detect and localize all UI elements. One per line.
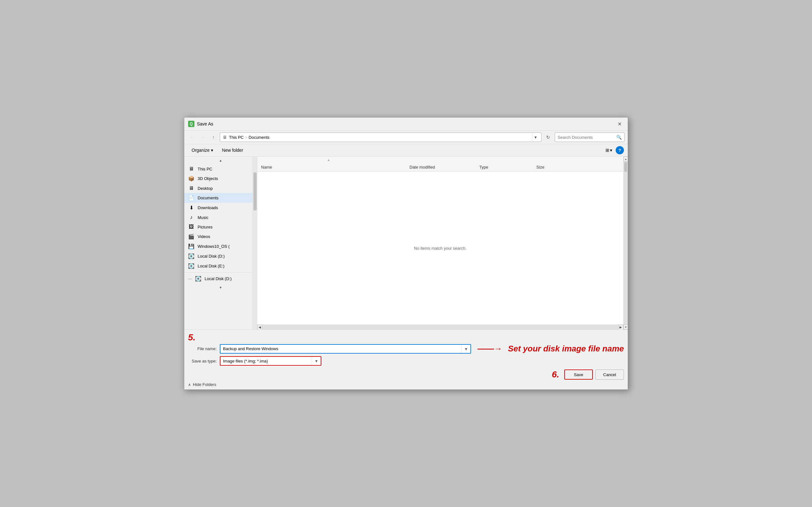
column-sort-indicator: ▲ <box>257 157 623 163</box>
sidebar-item-local-d[interactable]: 💽 Local Disk (D:) <box>184 251 257 261</box>
save-as-dialog: Q Save As ✕ ← → ↑ 🖥 This PC > Documents … <box>184 117 628 390</box>
sidebar-item-bottom-local-d[interactable]: — 💽 Local Disk (D:) <box>184 274 257 284</box>
sidebar-label-desktop: Desktop <box>198 186 213 191</box>
address-bar[interactable]: 🖥 This PC > Documents ▾ <box>220 132 542 142</box>
column-headers: Name Date modified Type Size <box>257 163 623 172</box>
downloads-icon: ⬇ <box>188 205 194 211</box>
scroll-up-arrow[interactable]: ▲ <box>623 157 628 162</box>
sidebar-scrollbar-thumb <box>253 172 257 210</box>
step5-annotation: 5. <box>188 332 624 343</box>
title-bar: Q Save As ✕ <box>184 118 628 130</box>
sidebar-scrollbar[interactable] <box>252 157 257 330</box>
step5-number: 5. <box>188 332 195 343</box>
back-button[interactable]: ← <box>188 133 196 142</box>
sidebar-label-documents: Documents <box>198 195 218 200</box>
save-button[interactable]: Save <box>564 370 593 380</box>
empty-message: No items match your search. <box>414 246 466 250</box>
savetype-input[interactable] <box>220 359 312 363</box>
step6-number: 6. <box>552 370 559 380</box>
sidebar-scroll-up[interactable]: ▲ <box>184 157 257 164</box>
sidebar-item-local-e[interactable]: 💽 Local Disk (E:) <box>184 261 257 271</box>
main-content: ▲ 🖥 This PC 📦 3D Objects 🖥 Desktop 📄 Doc… <box>184 157 628 330</box>
savetype-input-wrap: ▾ <box>220 356 321 366</box>
bottom-buttons-row: 6. Save Cancel <box>188 370 624 380</box>
action-toolbar: Organize ▾ New folder ⊞ ▾ ? <box>184 144 628 157</box>
col-date-header[interactable]: Date modified <box>409 165 479 170</box>
organize-button[interactable]: Organize ▾ <box>188 146 217 154</box>
sidebar-item-this-pc[interactable]: 🖥 This PC <box>184 164 257 174</box>
breadcrumb-this-pc: This PC <box>229 135 244 140</box>
new-folder-button[interactable]: New folder <box>218 146 247 154</box>
sidebar: ▲ 🖥 This PC 📦 3D Objects 🖥 Desktop 📄 Doc… <box>184 157 257 330</box>
navigation-toolbar: ← → ↑ 🖥 This PC > Documents ▾ ↻ 🔍 <box>184 130 628 144</box>
col-size-label: Size <box>537 165 544 170</box>
scroll-thumb <box>624 162 627 172</box>
savetype-row: Save as type: ▾ <box>188 356 624 366</box>
col-name-header[interactable]: Name <box>257 165 409 170</box>
file-area: ▲ Name Date modified Type Size No it <box>257 157 623 330</box>
savetype-label: Save as type: <box>188 359 217 363</box>
filename-label: File name: <box>188 346 217 351</box>
sidebar-item-pictures[interactable]: 🖼 Pictures <box>184 222 257 232</box>
view-dropdown-icon: ▾ <box>610 148 612 153</box>
sidebar-item-music[interactable]: ♪ Music <box>184 213 257 222</box>
videos-icon: 🎬 <box>188 233 194 239</box>
organize-dropdown-icon: ▾ <box>211 148 213 153</box>
sidebar-item-desktop[interactable]: 🖥 Desktop <box>184 183 257 193</box>
cancel-button[interactable]: Cancel <box>595 370 624 380</box>
sidebar-label-pictures: Pictures <box>198 225 212 229</box>
sidebar-item-windows10[interactable]: 💾 Windows10_OS ( <box>184 241 257 251</box>
refresh-button[interactable]: ↻ <box>543 132 553 142</box>
close-button[interactable]: ✕ <box>615 120 624 128</box>
h-scroll-right[interactable]: ▶ <box>618 325 623 330</box>
vertical-scrollbar[interactable]: ▲ ▼ <box>623 157 628 330</box>
horizontal-scrollbar[interactable]: ◀ ▶ <box>257 325 623 330</box>
step5-text: Set your disk image file name <box>508 344 624 354</box>
address-dropdown[interactable]: ▾ <box>532 133 539 142</box>
documents-icon: 📄 <box>188 195 194 201</box>
hide-folders-label: Hide Folders <box>193 382 216 387</box>
help-button[interactable]: ? <box>616 146 624 154</box>
desktop-icon: 🖥 <box>188 185 194 191</box>
address-bar-icon: 🖥 <box>223 135 227 140</box>
sidebar-item-videos[interactable]: 🎬 Videos <box>184 232 257 241</box>
h-scroll-track[interactable] <box>262 325 618 330</box>
forward-button[interactable]: → <box>198 133 207 142</box>
sidebar-label-music: Music <box>198 215 208 220</box>
windows10-icon: 💾 <box>188 243 194 249</box>
sidebar-item-3d-objects[interactable]: 📦 3D Objects <box>184 174 257 183</box>
expand-icon: ∧ <box>188 383 191 387</box>
filename-input[interactable] <box>220 346 461 351</box>
sidebar-scroll-down[interactable]: ▼ <box>184 284 257 291</box>
filename-input-wrap: ▾ <box>220 344 471 354</box>
sidebar-label-local-e: Local Disk (E:) <box>198 264 224 268</box>
sidebar-label-this-pc: This PC <box>198 167 212 171</box>
local-e-icon: 💽 <box>188 263 194 269</box>
sidebar-label-videos: Videos <box>198 234 210 239</box>
savetype-dropdown[interactable]: ▾ <box>312 357 321 365</box>
view-icon: ⊞ <box>606 148 609 153</box>
dialog-title: Save As <box>197 121 612 126</box>
dash-icon: — <box>188 277 192 281</box>
col-type-label: Type <box>479 165 488 170</box>
col-type-header[interactable]: Type <box>479 165 537 170</box>
up-button[interactable]: ↑ <box>209 133 218 142</box>
h-scroll-left[interactable]: ◀ <box>257 325 262 330</box>
scroll-track[interactable] <box>623 162 628 325</box>
bottom-panel: 5. File name: ▾ ——→ Set your disk image … <box>184 330 628 389</box>
sidebar-item-documents[interactable]: 📄 Documents <box>184 193 257 203</box>
local-d-icon: 💽 <box>188 253 194 259</box>
search-box[interactable]: 🔍 <box>555 132 624 142</box>
view-button[interactable]: ⊞ ▾ <box>603 146 614 154</box>
pictures-icon: 🖼 <box>188 224 194 230</box>
search-input[interactable] <box>558 135 614 140</box>
filename-dropdown[interactable]: ▾ <box>461 345 470 353</box>
col-size-header[interactable]: Size <box>537 165 623 170</box>
scroll-down-arrow[interactable]: ▼ <box>623 325 628 330</box>
sidebar-item-downloads[interactable]: ⬇ Downloads <box>184 203 257 213</box>
file-list-empty: No items match your search. <box>257 172 623 325</box>
sidebar-divider <box>184 272 257 273</box>
hide-folders-row[interactable]: ∧ Hide Folders <box>188 382 624 387</box>
step5-arrow: ——→ <box>477 344 502 354</box>
col-date-label: Date modified <box>409 165 435 170</box>
